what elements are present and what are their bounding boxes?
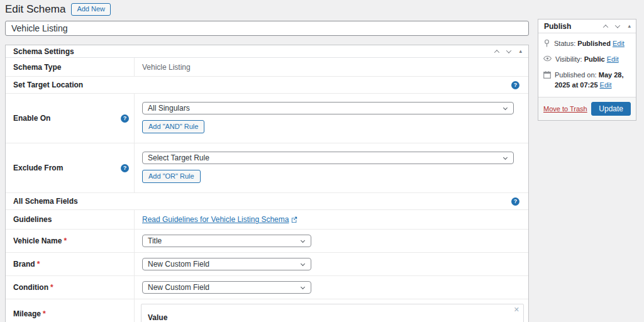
main-column: Edit Schema Add New Schema Settings ▴ Sc… xyxy=(5,3,529,322)
schema-type-label: Schema Type xyxy=(6,58,135,76)
guidelines-row: Guidelines Read Guidelines for Vehicle L… xyxy=(6,210,528,230)
publish-header: Publish ▴ xyxy=(538,19,636,33)
brand-label: Brand* xyxy=(6,253,135,275)
publish-metabox: Publish ▴ Status: Published Ed xyxy=(538,19,636,121)
vehicle-name-label: Vehicle Name* xyxy=(6,230,135,252)
move-down-icon[interactable] xyxy=(506,48,511,53)
status-row: Status: Published Edit xyxy=(543,39,630,49)
required-asterisk: * xyxy=(43,309,46,318)
brand-row: Brand* New Custom Field xyxy=(6,253,528,276)
required-asterisk: * xyxy=(37,260,40,269)
required-asterisk: * xyxy=(64,236,67,245)
publish-title: Publish xyxy=(544,22,571,31)
add-new-button[interactable]: Add New xyxy=(71,3,111,15)
edit-schema-page: Edit Schema Add New Schema Settings ▴ Sc… xyxy=(0,0,644,322)
sidebar-column: Publish ▴ Status: Published Ed xyxy=(538,3,636,322)
move-to-trash-link[interactable]: Move to Trash xyxy=(543,105,587,113)
publish-footer: Move to Trash Update xyxy=(538,97,636,120)
set-target-location-section: Set Target Location ? xyxy=(6,77,528,94)
vehicle-name-value-cell: Title xyxy=(135,230,528,252)
collapse-toggle-icon[interactable]: ▴ xyxy=(628,23,631,29)
guidelines-value-cell: Read Guidelines for Vehicle Listing Sche… xyxy=(135,210,528,229)
add-or-rule-button[interactable]: Add "OR" Rule xyxy=(142,170,201,183)
enable-on-label: Enable On xyxy=(13,114,50,123)
visibility-row: Visibility: Public Edit xyxy=(543,55,630,65)
pin-icon xyxy=(543,40,550,47)
chevron-down-icon xyxy=(301,262,305,266)
add-and-rule-button[interactable]: Add "AND" Rule xyxy=(142,120,204,133)
move-down-icon[interactable] xyxy=(615,23,620,28)
brand-value-cell: New Custom Field xyxy=(135,253,528,275)
brand-select[interactable]: New Custom Field xyxy=(142,258,311,270)
help-icon[interactable]: ? xyxy=(511,81,519,89)
mileage-field-panel: ✕ Value New Custom Field xyxy=(141,304,524,322)
chevron-down-icon xyxy=(503,155,508,160)
vehicle-name-select[interactable]: Title xyxy=(142,235,311,247)
schema-type-value: Vehicle Listing xyxy=(142,63,191,72)
enable-on-label-cell: Enable On ? xyxy=(6,94,135,143)
eye-icon xyxy=(543,55,552,62)
edit-status-link[interactable]: Edit xyxy=(613,40,625,47)
chevron-down-icon xyxy=(503,106,508,110)
set-target-location-title: Set Target Location xyxy=(13,80,83,89)
status-text: Status: Published Edit xyxy=(554,39,625,49)
schema-type-row: Schema Type Vehicle Listing xyxy=(6,58,528,77)
update-button[interactable]: Update xyxy=(591,102,631,116)
page-title: Edit Schema xyxy=(5,3,65,16)
edit-visibility-link[interactable]: Edit xyxy=(607,55,619,63)
edit-published-on-link[interactable]: Edit xyxy=(600,81,612,89)
schema-type-value-cell: Vehicle Listing xyxy=(135,58,528,76)
guidelines-link[interactable]: Read Guidelines for Vehicle Listing Sche… xyxy=(142,215,297,224)
exclude-from-label: Exclude From xyxy=(13,164,63,172)
condition-row: Condition* New Custom Field xyxy=(6,276,528,299)
required-asterisk: * xyxy=(50,283,53,292)
collapse-toggle-icon[interactable]: ▴ xyxy=(519,48,522,54)
visibility-text: Visibility: Public Edit xyxy=(555,55,619,65)
help-icon[interactable]: ? xyxy=(121,164,129,172)
publish-body: Status: Published Edit Visibility: Publi… xyxy=(538,33,636,97)
vehicle-name-row: Vehicle Name* Title xyxy=(6,230,528,253)
move-up-icon[interactable] xyxy=(494,50,499,55)
enable-on-select[interactable]: All Singulars xyxy=(142,102,514,114)
move-up-icon[interactable] xyxy=(603,25,608,30)
condition-label: Condition* xyxy=(6,276,135,299)
close-icon[interactable]: ✕ xyxy=(514,306,519,313)
schema-title-input[interactable] xyxy=(5,21,529,36)
published-on-text: Published on: May 28, 2025 at 07:25 Edit xyxy=(555,70,630,91)
condition-value-cell: New Custom Field xyxy=(135,276,528,299)
external-link-icon xyxy=(291,216,297,223)
enable-on-value-cell: All Singulars Add "AND" Rule xyxy=(135,94,528,143)
calendar-icon xyxy=(543,71,551,79)
help-icon[interactable]: ? xyxy=(121,114,129,123)
metabox-title: Schema Settings xyxy=(13,47,74,56)
exclude-from-label-cell: Exclude From ? xyxy=(6,143,135,192)
chevron-down-icon xyxy=(301,285,305,289)
page-heading-row: Edit Schema Add New xyxy=(5,3,529,16)
mileage-row: Mileage* ✕ Value New Custom Field xyxy=(6,299,528,322)
exclude-from-row: Exclude From ? Select Target Rule Add "O… xyxy=(6,143,528,193)
exclude-from-select[interactable]: Select Target Rule xyxy=(142,152,514,164)
mileage-value-cell: ✕ Value New Custom Field xyxy=(135,299,529,322)
condition-select[interactable]: New Custom Field xyxy=(142,281,311,294)
enable-on-row: Enable On ? All Singulars Add "AND" Rule xyxy=(6,94,528,143)
metabox-header: Schema Settings ▴ xyxy=(6,45,528,58)
all-schema-fields-title: All Schema Fields xyxy=(13,197,78,206)
all-schema-fields-section: All Schema Fields ? xyxy=(6,193,528,210)
exclude-from-value-cell: Select Target Rule Add "OR" Rule xyxy=(135,143,528,192)
publish-handle-icons: ▴ xyxy=(604,23,631,29)
mileage-value-label: Value xyxy=(148,313,517,322)
guidelines-label: Guidelines xyxy=(6,210,135,229)
metabox-handle-icons: ▴ xyxy=(495,48,522,54)
mileage-label: Mileage* xyxy=(6,299,135,322)
schema-settings-metabox: Schema Settings ▴ Schema Type Vehicle Li… xyxy=(5,45,529,322)
chevron-down-icon xyxy=(301,238,305,243)
help-icon[interactable]: ? xyxy=(511,197,519,206)
published-on-row: Published on: May 28, 2025 at 07:25 Edit xyxy=(543,70,630,91)
